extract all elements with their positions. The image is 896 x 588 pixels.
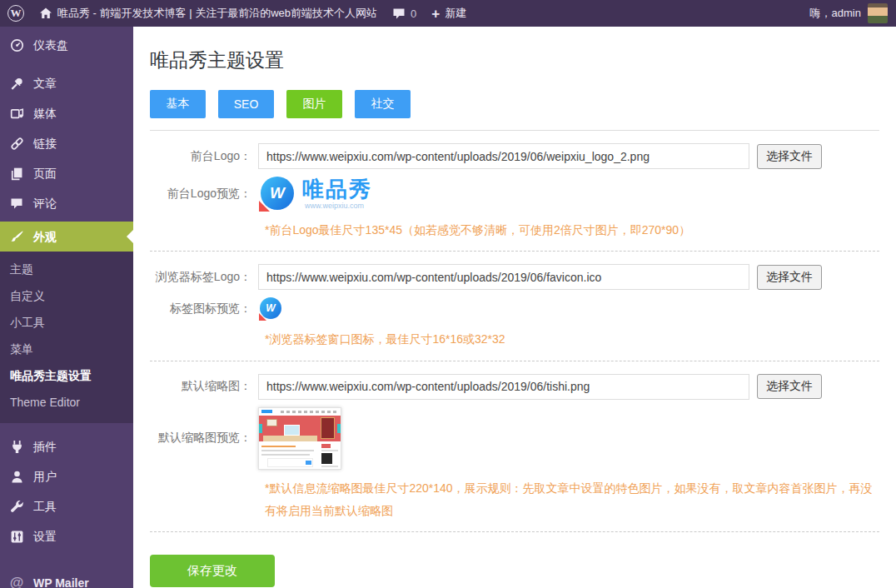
settings-tabs: 基本 SEO 图片 社交 — [150, 90, 879, 118]
media-icon — [8, 106, 25, 121]
site-title: 唯品秀 - 前端开发技术博客 | 关注于最前沿的web前端技术个人网站 — [57, 6, 377, 21]
wordpress-logo-menu[interactable]: W — [0, 0, 32, 27]
sidebar-item-links[interactable]: 链接 — [0, 128, 133, 158]
favicon-note: *浏览器标签窗口图标，最佳尺寸16*16或32*32 — [265, 328, 879, 351]
sidebar-item-label: 外观 — [33, 228, 57, 245]
avatar[interactable] — [868, 3, 888, 23]
tab-images[interactable]: 图片 — [286, 90, 342, 118]
thumbnail-preview-label: 默认缩略图预览： — [150, 407, 258, 446]
sidebar-item-posts[interactable]: 文章 — [0, 68, 133, 98]
sidebar-item-comments[interactable]: 评论 — [0, 188, 133, 218]
sidebar-item-appearance[interactable]: 外观 — [0, 222, 133, 252]
thumbnail-label: 默认缩略图： — [150, 379, 258, 394]
users-icon — [8, 469, 25, 484]
new-content-menu[interactable]: + 新建 — [424, 0, 474, 27]
brand-name: 唯品秀 — [302, 178, 372, 200]
front-logo-note: *前台Logo最佳尺寸135*45（如若感觉不够清晰，可使用2倍尺寸图片，即27… — [265, 219, 879, 242]
thumbnail-preview-image — [258, 407, 341, 470]
admin-sidebar: 仪表盘 文章 媒体 链接 页面 评论 外观 — [0, 27, 133, 588]
favicon-preview-label: 标签图标预览： — [150, 301, 258, 316]
front-logo-label: 前台Logo： — [150, 149, 258, 164]
sidebar-item-pages[interactable]: 页面 — [0, 158, 133, 188]
settings-form: 前台Logo： 选择文件 前台Logo预览： W 唯品秀 www.weipxiu… — [150, 130, 879, 587]
plugin-icon — [8, 439, 25, 454]
front-logo-preview-image: W 唯品秀 www.weipxiu.com — [258, 177, 372, 212]
submenu-item-theme-settings[interactable]: 唯品秀主题设置 — [0, 363, 133, 390]
pin-icon — [8, 76, 25, 91]
submenu-item-menus[interactable]: 菜单 — [0, 336, 133, 363]
submenu-item-theme-editor[interactable]: Theme Editor — [0, 390, 133, 415]
sidebar-item-label: 工具 — [33, 498, 57, 515]
divider — [150, 531, 879, 532]
sidebar-item-label: 插件 — [33, 438, 57, 455]
sidebar-item-wp-mailer[interactable]: @ WP Mailer — [0, 568, 133, 588]
sidebar-item-label: 媒体 — [33, 105, 57, 122]
account-greeting[interactable]: 嗨，admin — [810, 6, 861, 21]
plus-icon: + — [431, 7, 440, 21]
comments-icon — [8, 196, 25, 211]
sidebar-item-tools[interactable]: 工具 — [0, 491, 133, 521]
divider — [150, 251, 879, 252]
front-logo-url-input[interactable] — [258, 143, 749, 169]
comments-shortcut[interactable]: 0 — [385, 0, 424, 27]
pages-icon — [8, 166, 25, 181]
tab-seo[interactable]: SEO — [218, 90, 274, 118]
save-changes-button[interactable]: 保存更改 — [150, 555, 275, 587]
front-logo-choose-file-button[interactable]: 选择文件 — [757, 144, 822, 169]
submenu-item-customize[interactable]: 自定义 — [0, 283, 133, 310]
page-title: 唯品秀主题设置 — [150, 47, 879, 73]
settings-icon — [8, 529, 25, 544]
wordpress-logo-icon: W — [7, 5, 24, 22]
appearance-icon — [8, 229, 25, 244]
thumbnail-choose-file-button[interactable]: 选择文件 — [757, 374, 822, 399]
sidebar-item-settings[interactable]: 设置 — [0, 521, 133, 551]
thumbnail-note: *默认信息流缩略图最佳尺寸220*140，展示规则：先取文章中设置的特色图片，如… — [265, 477, 879, 523]
site-link[interactable]: 唯品秀 - 前端开发技术博客 | 关注于最前沿的web前端技术个人网站 — [32, 0, 385, 27]
sidebar-item-label: 评论 — [33, 195, 57, 212]
sidebar-item-label: 链接 — [33, 135, 57, 152]
at-icon: @ — [8, 576, 25, 588]
dashboard-icon — [8, 37, 25, 52]
favicon-label: 浏览器标签Logo： — [150, 270, 258, 285]
tab-social[interactable]: 社交 — [355, 90, 411, 118]
favicon-preview-image: W — [258, 297, 283, 321]
front-logo-preview-label: 前台Logo预览： — [150, 187, 258, 202]
submenu-item-widgets[interactable]: 小工具 — [0, 310, 133, 336]
divider — [150, 361, 879, 361]
sidebar-item-media[interactable]: 媒体 — [0, 98, 133, 128]
main-content: 唯品秀主题设置 基本 SEO 图片 社交 前台Logo： 选择文件 前台Logo… — [133, 27, 896, 588]
sidebar-item-users[interactable]: 用户 — [0, 461, 133, 491]
sidebar-item-label: 用户 — [33, 468, 57, 485]
appearance-submenu: 主题 自定义 小工具 菜单 唯品秀主题设置 Theme Editor — [0, 252, 133, 423]
brand-url: www.weipxiu.com — [302, 202, 372, 210]
sidebar-item-label: WP Mailer — [33, 575, 89, 588]
comments-count: 0 — [411, 7, 416, 20]
sidebar-item-dashboard[interactable]: 仪表盘 — [0, 30, 133, 60]
admin-bar: W 唯品秀 - 前端开发技术博客 | 关注于最前沿的web前端技术个人网站 0 … — [0, 0, 896, 27]
favicon-url-input[interactable] — [258, 264, 749, 290]
sidebar-item-plugins[interactable]: 插件 — [0, 431, 133, 461]
sidebar-item-label: 仪表盘 — [33, 37, 68, 53]
sidebar-item-label: 页面 — [33, 165, 57, 182]
link-icon — [8, 136, 25, 151]
favicon-choose-file-button[interactable]: 选择文件 — [757, 265, 822, 290]
new-label: 新建 — [445, 6, 466, 21]
thumbnail-url-input[interactable] — [258, 374, 749, 400]
home-icon — [39, 7, 52, 20]
comment-bubble-icon — [392, 7, 406, 20]
sidebar-item-label: 文章 — [33, 75, 57, 92]
tab-basic[interactable]: 基本 — [150, 90, 206, 118]
tools-icon — [8, 499, 25, 514]
brand-w-icon: W — [258, 177, 295, 212]
sidebar-item-label: 设置 — [33, 528, 57, 545]
submenu-item-themes[interactable]: 主题 — [0, 257, 133, 283]
